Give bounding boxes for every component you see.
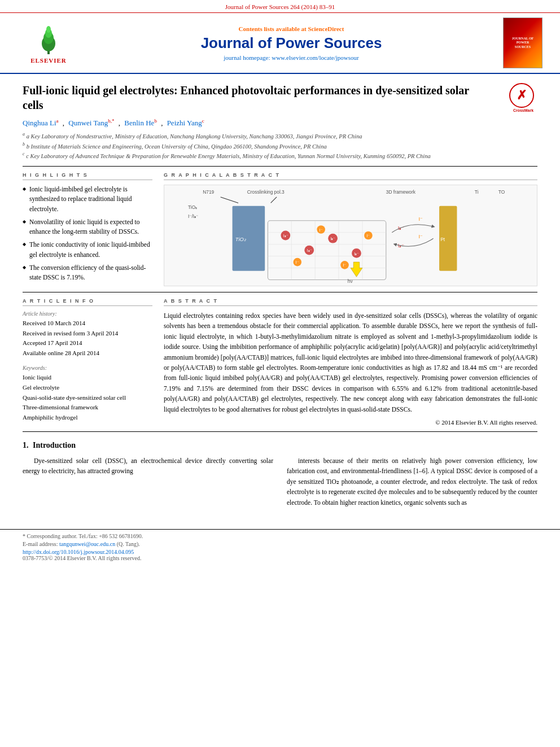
intro-paragraph-1: Dye-sensitized solar cell (DSSC), an ele… [23,456,273,477]
svg-text:TO: TO [498,189,505,195]
svg-text:Crosslinking pol.3: Crosslinking pol.3 [247,189,285,195]
elsevier-tree-icon [26,22,71,56]
svg-text:N719: N719 [203,189,214,195]
keyword-2: Gel electrolyte [23,383,152,393]
svg-text:I₃⁻: I₃⁻ [283,233,288,238]
highlights-graphical-row: H I G H L I G H T S Ionic liquid-imbibed… [23,172,537,286]
highlight-item-4: The conversion efficiency of the quasi-s… [23,263,152,283]
svg-text:I⁻: I⁻ [418,233,423,239]
crossmark-badge: ✗ CrossMark [509,83,537,111]
article-info-section: A R T I C L E I N F O Article history: R… [23,298,152,426]
article-history-label: Article history: [23,311,152,317]
main-content: Full-ionic liquid gel electrolytes: Enha… [0,74,560,523]
article-info-abstract-row: A R T I C L E I N F O Article history: R… [23,298,537,426]
svg-text:I⁻: I⁻ [343,263,346,268]
corresponding-author: * Corresponding author. Tel./fax: +86 53… [23,533,537,539]
graphical-abstract-section: G R A P H I C A L A B S T R A C T N719 C… [164,172,537,286]
graphical-abstract-image: N719 Crosslinking pol.3 3D framework Ti … [164,185,537,286]
keywords-label: Keywords: [23,365,152,371]
svg-text:I₃⁻: I₃⁻ [330,236,335,241]
svg-text:hν: hν [348,278,353,284]
intro-col-right: interests because of their merits on rel… [287,456,537,512]
graphical-abstract-svg: N719 Crosslinking pol.3 3D framework Ti … [164,185,537,286]
abstract-text: Liquid electrolytes containing redox spe… [164,311,537,414]
author-email[interactable]: tangqunwei@ouc.edu.cn [59,541,115,547]
keyword-3: Quasi-solid-state dye-sensitized solar c… [23,393,152,403]
elsevier-logo-section: ELSEVIER [9,22,88,64]
highlights-header: H I G H L I G H T S [23,172,152,180]
graphical-abstract-header: G R A P H I C A L A B S T R A C T [164,172,537,180]
highlight-item-2: Nonvolatility of ionic liquid is expecte… [23,217,152,237]
article-info-header: A R T I C L E I N F O [23,298,152,306]
svg-text:I⁻/I₃⁻: I⁻/I₃⁻ [188,213,198,219]
article-history-dates: Received 10 March 2014 Received in revis… [23,318,152,358]
received-date: Received 10 March 2014 [23,318,152,329]
abstract-section: A B S T R A C T Liquid electrolytes cont… [164,298,537,426]
section-divider-2 [23,292,537,292]
authors-line: Qinghua Lia , Qunwei Tangb,* , Benlin He… [23,118,537,128]
abstract-copyright: © 2014 Elsevier B.V. All rights reserved… [164,419,537,426]
highlights-section: H I G H L I G H T S Ionic liquid-imbibed… [23,172,152,286]
footer-copyright: 0378-7753/© 2014 Elsevier B.V. All right… [23,555,537,561]
journal-cover-section: JOURNAL OFPOWERSOURCES [495,18,551,68]
keyword-5: Amphiphilic hydrogel [23,413,152,423]
abstract-header: A B S T R A C T [164,298,537,306]
highlight-item-1: Ionic liquid-imbibed gel electrolyte is … [23,185,152,214]
svg-text:I₃⁻: I₃⁻ [354,251,359,256]
sciencedirect-link: Contents lists available at ScienceDirec… [88,25,495,32]
svg-text:I₃⁻: I₃⁻ [307,248,312,253]
svg-text:I⁻: I⁻ [296,260,299,265]
highlight-item-3: The ionic conductivity of ionic liquid-i… [23,240,152,260]
journal-header: ELSEVIER Contents lists available at Sci… [0,13,560,74]
email-line: E-mail address: tangqunwei@ouc.edu.cn (Q… [23,541,537,547]
journal-cover-image: JOURNAL OFPOWERSOURCES [503,18,542,68]
introduction-title: 1. Introduction [23,441,537,450]
paper-title: Full-ionic liquid gel electrolytes: Enha… [23,83,537,112]
keyword-1: Ionic liquid [23,373,152,383]
available-date: Available online 28 April 2014 [23,348,152,359]
section-divider-3 [23,431,537,432]
svg-text:Pt: Pt [440,237,445,243]
keyword-4: Three-dimensional framework [23,403,152,413]
keywords-section: Keywords: Ionic liquid Gel electrolyte Q… [23,365,152,422]
svg-text:I⁻: I⁻ [320,228,323,233]
introduction-section: 1. Introduction Dye-sensitized solar cel… [23,441,537,512]
elsevier-brand: ELSEVIER [30,57,67,64]
svg-text:3D framework: 3D framework [386,189,416,195]
svg-point-4 [46,26,51,33]
svg-text:TiO₂: TiO₂ [188,204,197,210]
journal-title: Journal of Power Sources [88,34,495,52]
journal-reference: Journal of Power Sources 264 (2014) 83–9… [0,0,560,13]
journal-homepage: journal homepage: www.elsevier.com/locat… [88,54,495,61]
affiliations: a a Key Laboratory of Nondestructive, Mi… [23,131,537,160]
svg-text:I⁻: I⁻ [366,233,370,238]
page-footer: * Corresponding author. Tel./fax: +86 53… [0,529,560,565]
doi-link[interactable]: http://dx.doi.org/10.1016/j.jpowsour.201… [23,549,537,555]
section-divider [23,166,537,167]
highlights-list: Ionic liquid-imbibed gel electrolyte is … [23,185,152,282]
intro-paragraph-2: interests because of their merits on rel… [287,456,537,508]
keywords-list: Ionic liquid Gel electrolyte Quasi-solid… [23,373,152,422]
intro-col-left: Dye-sensitized solar cell (DSSC), an ele… [23,456,273,512]
svg-text:I⁻: I⁻ [418,216,423,222]
introduction-columns: Dye-sensitized solar cell (DSSC), an ele… [23,456,537,512]
journal-ref-text: Journal of Power Sources 264 (2014) 83–9… [225,3,335,10]
received-revised-label: Received in revised form 3 April 2014 [23,329,152,339]
journal-header-center: Contents lists available at ScienceDirec… [88,25,495,61]
svg-text:TiO₂: TiO₂ [235,237,246,243]
svg-text:Ti: Ti [475,189,479,195]
accepted-date: Accepted 17 April 2014 [23,338,152,348]
